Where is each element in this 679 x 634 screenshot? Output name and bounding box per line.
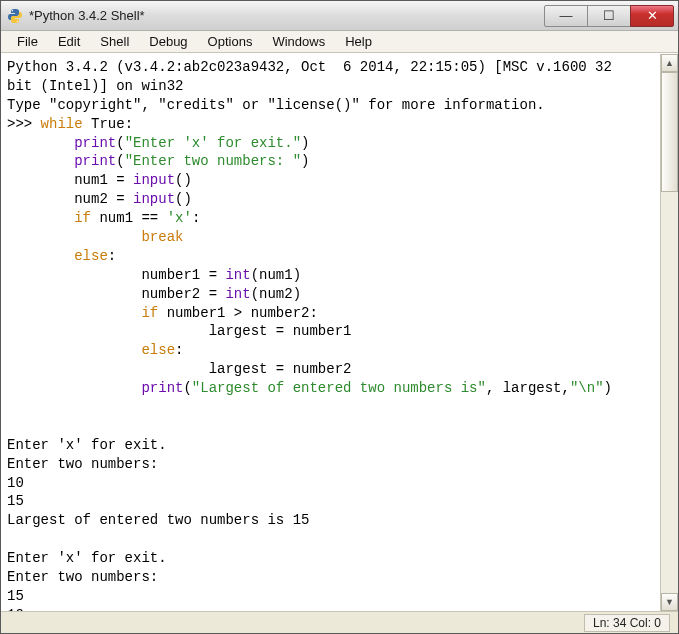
code-text: (num2) <box>251 286 301 302</box>
code-text: number2 = <box>7 286 225 302</box>
app-window: *Python 3.4.2 Shell* — ☐ ✕ File Edit She… <box>0 0 679 634</box>
menu-debug[interactable]: Debug <box>139 32 197 51</box>
close-button[interactable]: ✕ <box>630 5 674 27</box>
kw-else: else <box>74 248 108 264</box>
code-text: ( <box>116 153 124 169</box>
titlebar[interactable]: *Python 3.4.2 Shell* — ☐ ✕ <box>1 1 678 31</box>
output-line: 15 <box>7 588 24 604</box>
code-text: ( <box>183 380 191 396</box>
code-text: ) <box>301 135 309 151</box>
menu-file[interactable]: File <box>7 32 48 51</box>
code-text: : <box>108 248 116 264</box>
svg-point-0 <box>12 10 13 11</box>
code-text: ( <box>116 135 124 151</box>
output-line: Enter two numbers: <box>7 569 167 585</box>
code-text: () <box>175 172 192 188</box>
python-icon <box>7 8 23 24</box>
scroll-track[interactable] <box>661 72 678 593</box>
fn-print: print <box>141 380 183 396</box>
menu-edit[interactable]: Edit <box>48 32 90 51</box>
code-text: (num1) <box>251 267 301 283</box>
code-text <box>7 305 141 321</box>
content-wrap: Python 3.4.2 (v3.4.2:ab2c023a9432, Oct 6… <box>1 53 678 611</box>
code-text: number1 > number2: <box>158 305 318 321</box>
code-text <box>7 380 141 396</box>
code-text: , largest, <box>486 380 570 396</box>
menu-help[interactable]: Help <box>335 32 382 51</box>
code-text <box>7 210 74 226</box>
banner-line: Python 3.4.2 (v3.4.2:ab2c023a9432, Oct 6… <box>7 59 612 75</box>
output-line: Enter 'x' for exit. <box>7 550 167 566</box>
str: "\n" <box>570 380 604 396</box>
fn-int: int <box>225 286 250 302</box>
code-text: num1 = <box>7 172 133 188</box>
prompt: >>> <box>7 116 41 132</box>
fn-input: input <box>133 191 175 207</box>
code-text: num1 == <box>91 210 167 226</box>
code-text: num2 = <box>7 191 133 207</box>
scroll-down-button[interactable]: ▼ <box>661 593 678 611</box>
window-title: *Python 3.4.2 Shell* <box>29 8 545 23</box>
code-text: : <box>192 210 200 226</box>
scroll-thumb[interactable] <box>661 72 678 192</box>
menu-options[interactable]: Options <box>198 32 263 51</box>
scroll-up-button[interactable]: ▲ <box>661 54 678 72</box>
menu-shell[interactable]: Shell <box>90 32 139 51</box>
minimize-button[interactable]: — <box>544 5 588 27</box>
shell-text[interactable]: Python 3.4.2 (v3.4.2:ab2c023a9432, Oct 6… <box>7 58 654 611</box>
kw-if: if <box>74 210 91 226</box>
output-line: Enter two numbers: <box>7 456 167 472</box>
banner-line: bit (Intel)] on win32 <box>7 78 183 94</box>
code-text: largest = number1 <box>7 323 351 339</box>
chevron-down-icon: ▼ <box>665 597 674 607</box>
menu-windows[interactable]: Windows <box>262 32 335 51</box>
maximize-button[interactable]: ☐ <box>587 5 631 27</box>
window-controls: — ☐ ✕ <box>545 5 674 27</box>
str: "Largest of entered two numbers is" <box>192 380 486 396</box>
str: "Enter two numbers: " <box>125 153 301 169</box>
fn-print: print <box>74 153 116 169</box>
editor-area[interactable]: Python 3.4.2 (v3.4.2:ab2c023a9432, Oct 6… <box>1 54 660 611</box>
kw-while: while <box>41 116 83 132</box>
fn-print: print <box>74 135 116 151</box>
code-text: True: <box>83 116 133 132</box>
maximize-icon: ☐ <box>603 8 615 23</box>
fn-int: int <box>225 267 250 283</box>
kw-if: if <box>141 305 158 321</box>
code-text <box>7 248 74 264</box>
code-text: () <box>175 191 192 207</box>
fn-input: input <box>133 172 175 188</box>
str: 'x' <box>167 210 192 226</box>
kw-break: break <box>141 229 183 245</box>
code-text <box>7 342 141 358</box>
svg-point-1 <box>17 20 18 21</box>
str: "Enter 'x' for exit." <box>125 135 301 151</box>
code-text: : <box>175 342 183 358</box>
code-text: largest = number2 <box>7 361 351 377</box>
chevron-up-icon: ▲ <box>665 58 674 68</box>
output-line: Enter 'x' for exit. <box>7 437 167 453</box>
minimize-icon: — <box>560 8 573 23</box>
vertical-scrollbar[interactable]: ▲ ▼ <box>660 54 678 611</box>
code-text <box>7 229 141 245</box>
code-text: ) <box>604 380 612 396</box>
output-line: 15 <box>7 493 24 509</box>
statusbar: Ln: 34 Col: 0 <box>1 611 678 633</box>
kw-else: else <box>141 342 175 358</box>
banner-line: Type "copyright", "credits" or "license(… <box>7 97 545 113</box>
close-icon: ✕ <box>647 8 658 23</box>
menubar: File Edit Shell Debug Options Windows He… <box>1 31 678 53</box>
code-text: number1 = <box>7 267 225 283</box>
cursor-position: Ln: 34 Col: 0 <box>584 614 670 632</box>
code-text: ) <box>301 153 309 169</box>
output-line: 10 <box>7 475 24 491</box>
output-line: Largest of entered two numbers is 15 <box>7 512 318 528</box>
